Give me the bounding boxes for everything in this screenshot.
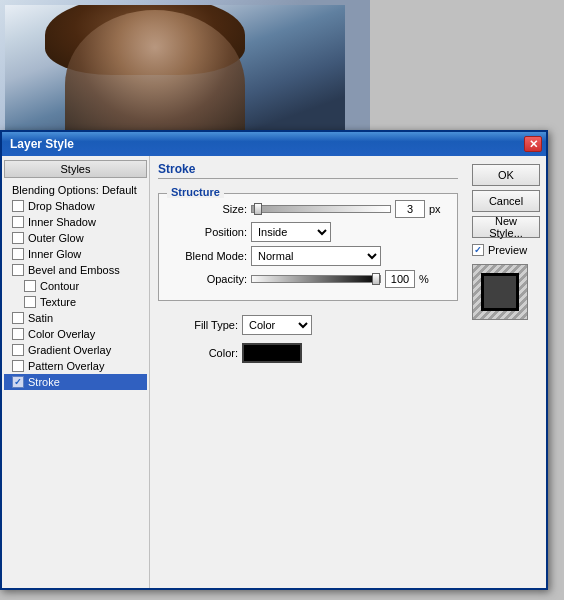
bevel-emboss-checkbox[interactable] — [12, 264, 24, 276]
blending-label: Blending Options: Default — [12, 184, 137, 196]
gray-area — [370, 0, 564, 130]
buttons-panel: OK Cancel New Style... ✓ Preview — [466, 156, 546, 588]
fill-type-row: Fill Type: Color Gradient Pattern — [158, 315, 458, 335]
preview-label: Preview — [488, 244, 527, 256]
sidebar-item-bevel-emboss[interactable]: Bevel and Emboss — [4, 262, 147, 278]
drop-shadow-label: Drop Shadow — [28, 200, 95, 212]
size-slider-track[interactable] — [251, 205, 391, 213]
preview-swatch — [472, 264, 528, 320]
gradient-overlay-checkbox[interactable] — [12, 344, 24, 356]
color-overlay-label: Color Overlay — [28, 328, 95, 340]
sidebar-item-pattern-overlay[interactable]: Pattern Overlay — [4, 358, 147, 374]
inner-shadow-checkbox[interactable] — [12, 216, 24, 228]
satin-label: Satin — [28, 312, 53, 324]
inner-glow-checkbox[interactable] — [12, 248, 24, 260]
sidebar-item-texture[interactable]: Texture — [4, 294, 147, 310]
preview-checkbox[interactable]: ✓ — [472, 244, 484, 256]
photo-canvas — [5, 5, 345, 135]
opacity-row: Opacity: 100 % — [167, 270, 449, 288]
pattern-overlay-label: Pattern Overlay — [28, 360, 104, 372]
styles-header[interactable]: Styles — [4, 160, 147, 178]
contour-label: Contour — [40, 280, 79, 292]
sidebar-item-color-overlay[interactable]: Color Overlay — [4, 326, 147, 342]
color-overlay-checkbox[interactable] — [12, 328, 24, 340]
size-input[interactable]: 3 — [395, 200, 425, 218]
cancel-button[interactable]: Cancel — [472, 190, 540, 212]
structure-title: Structure — [167, 186, 224, 198]
size-label: Size: — [167, 203, 247, 215]
dialog-title: Layer Style — [10, 137, 74, 151]
texture-label: Texture — [40, 296, 76, 308]
spacer — [158, 305, 458, 311]
inner-glow-label: Inner Glow — [28, 248, 81, 260]
size-slider-thumb[interactable] — [254, 203, 262, 215]
position-label: Position: — [167, 226, 247, 238]
drop-shadow-checkbox[interactable] — [12, 200, 24, 212]
sidebar-item-outer-glow[interactable]: Outer Glow — [4, 230, 147, 246]
color-label: Color: — [158, 347, 238, 359]
sidebar-item-inner-glow[interactable]: Inner Glow — [4, 246, 147, 262]
stroke-checkbox[interactable]: ✓ — [12, 376, 24, 388]
stroke-checkmark: ✓ — [14, 377, 22, 387]
sidebar-item-drop-shadow[interactable]: Drop Shadow — [4, 198, 147, 214]
sidebar-item-satin[interactable]: Satin — [4, 310, 147, 326]
fill-type-select[interactable]: Color Gradient Pattern — [242, 315, 312, 335]
sidebar-item-stroke[interactable]: ✓ Stroke — [4, 374, 147, 390]
sidebar-item-blending[interactable]: Blending Options: Default — [4, 182, 147, 198]
preview-swatch-inner — [481, 273, 519, 311]
ok-button[interactable]: OK — [472, 164, 540, 186]
new-style-button[interactable]: New Style... — [472, 216, 540, 238]
main-content: Stroke Structure Size: 3 px Posit — [150, 156, 466, 588]
satin-checkbox[interactable] — [12, 312, 24, 324]
photo-area — [0, 0, 370, 140]
outer-glow-checkbox[interactable] — [12, 232, 24, 244]
close-button[interactable]: ✕ — [524, 136, 542, 152]
texture-checkbox[interactable] — [24, 296, 36, 308]
left-panel: Styles Blending Options: Default Drop Sh… — [2, 156, 150, 588]
color-row: Color: — [158, 343, 458, 363]
dialog-body: Styles Blending Options: Default Drop Sh… — [2, 156, 546, 588]
size-unit: px — [429, 203, 441, 215]
size-row: Size: 3 px — [167, 200, 449, 218]
stroke-label: Stroke — [28, 376, 60, 388]
pattern-overlay-checkbox[interactable] — [12, 360, 24, 372]
fill-type-label: Fill Type: — [158, 319, 238, 331]
opacity-slider-thumb[interactable] — [372, 273, 380, 285]
opacity-input[interactable]: 100 — [385, 270, 415, 288]
stroke-section-title: Stroke — [158, 162, 458, 179]
color-swatch[interactable] — [242, 343, 302, 363]
outer-glow-label: Outer Glow — [28, 232, 84, 244]
dialog-title-bar: Layer Style ✕ — [2, 132, 546, 156]
sidebar-item-inner-shadow[interactable]: Inner Shadow — [4, 214, 147, 230]
bevel-emboss-label: Bevel and Emboss — [28, 264, 120, 276]
structure-box: Structure Size: 3 px Position: Inside — [158, 193, 458, 301]
sidebar-item-contour[interactable]: Contour — [4, 278, 147, 294]
gradient-overlay-label: Gradient Overlay — [28, 344, 111, 356]
preview-checkmark: ✓ — [474, 245, 482, 255]
blend-mode-row: Blend Mode: Normal Dissolve Multiply Scr… — [167, 246, 449, 266]
layer-style-dialog: Layer Style ✕ Styles Blending Options: D… — [0, 130, 548, 590]
position-select[interactable]: Inside Outside Center — [251, 222, 331, 242]
blend-mode-select[interactable]: Normal Dissolve Multiply Screen — [251, 246, 381, 266]
sidebar-item-gradient-overlay[interactable]: Gradient Overlay — [4, 342, 147, 358]
inner-shadow-label: Inner Shadow — [28, 216, 96, 228]
blend-mode-label: Blend Mode: — [167, 250, 247, 262]
preview-row: ✓ Preview — [472, 244, 540, 256]
opacity-slider-track[interactable] — [251, 275, 381, 283]
contour-checkbox[interactable] — [24, 280, 36, 292]
position-row: Position: Inside Outside Center — [167, 222, 449, 242]
opacity-label: Opacity: — [167, 273, 247, 285]
opacity-unit: % — [419, 273, 429, 285]
